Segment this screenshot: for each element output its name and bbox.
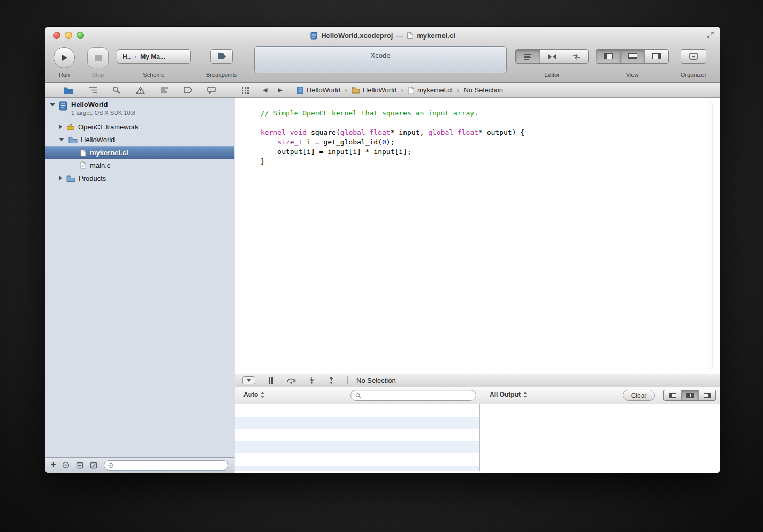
variables-scope-label: Auto (243, 391, 258, 398)
view-segmented-control (596, 49, 669, 64)
disclosure-closed-icon[interactable] (59, 124, 62, 129)
code-line[interactable]: } (261, 157, 524, 166)
debug-navigator-icon[interactable] (160, 87, 169, 94)
assistant-editor-button[interactable] (540, 50, 564, 63)
stop-button[interactable] (87, 47, 109, 68)
scheme-separator-icon: › (134, 53, 136, 60)
clear-label: Clear (631, 392, 647, 399)
tree-row-framework[interactable]: OpenCL.framework (45, 120, 234, 133)
code-line[interactable]: kernel void square(global float* input, … (261, 128, 524, 137)
tree-row-group[interactable]: HelloWorld (45, 133, 234, 146)
fullscreen-icon[interactable] (706, 31, 714, 39)
tree-item-label: HelloWorld (81, 136, 115, 144)
code-line[interactable] (261, 118, 524, 128)
breakpoint-navigator-icon[interactable] (184, 87, 192, 93)
navigator-panel-icon (604, 53, 613, 59)
standard-editor-button[interactable] (516, 50, 540, 63)
console-only-button[interactable] (698, 390, 715, 400)
pause-icon[interactable] (268, 377, 273, 384)
tree-row-file[interactable]: c main.c (45, 159, 234, 172)
code-line[interactable]: output[i] = input[i] * input[i]; (261, 147, 524, 157)
title-file-name: mykernel.cl (417, 32, 455, 40)
framework-icon (66, 124, 75, 130)
xcodeproj-icon (310, 32, 318, 40)
code-lines[interactable]: // Simple OpenCL kernel that squares an … (261, 109, 524, 166)
toggle-navigator-button[interactable] (596, 50, 620, 63)
toggle-debug-area-button[interactable] (620, 50, 644, 63)
disclosure-open-icon[interactable] (50, 103, 55, 106)
editor-area: // Simple OpenCL kernel that squares an … (235, 98, 720, 473)
run-button[interactable] (54, 47, 75, 68)
breakpoints-button[interactable] (210, 49, 233, 64)
console-output-popup[interactable]: All Output (490, 391, 527, 398)
tree-row-products[interactable]: Products (45, 172, 234, 184)
editor-scrollbar[interactable] (708, 101, 713, 369)
breadcrumb-separator-icon: › (345, 86, 347, 95)
debug-area (235, 404, 720, 473)
tree-row-file-selected[interactable]: mykernel.cl (45, 146, 234, 159)
navigator-tab-bar (45, 83, 234, 97)
activity-view: Xcode (254, 46, 507, 73)
main-toolbar: Run Stop H.. › My Ma... Scheme Breakpoin… (45, 44, 720, 83)
console-view[interactable] (480, 404, 720, 471)
variables-search-input[interactable] (364, 392, 471, 399)
toggle-utilities-button[interactable] (644, 50, 668, 63)
project-navigator-tree: HelloWorld 1 target, OS X SDK 10.8 OpenC… (45, 99, 234, 184)
breadcrumb-file[interactable]: mykernel.cl (408, 86, 453, 94)
scheme-destination[interactable]: My Ma... (140, 53, 165, 60)
forward-button[interactable]: ▶ (278, 87, 282, 94)
organizer-button[interactable] (681, 49, 706, 64)
search-navigator-icon[interactable] (112, 86, 120, 94)
version-editor-button[interactable] (564, 50, 588, 63)
breadcrumb-separator-icon: › (457, 86, 460, 95)
document-icon (406, 32, 414, 40)
navigator-filter-input[interactable] (117, 462, 224, 468)
search-icon (355, 392, 361, 399)
organizer-icon (689, 53, 698, 60)
file-icon (80, 149, 87, 157)
breadcrumb-project[interactable]: HelloWorld (296, 86, 340, 94)
title-separator: — (396, 32, 403, 40)
code-line[interactable]: size_t i = get_global_id(0); (261, 137, 524, 147)
window-titlebar[interactable]: HelloWorld.xcodeproj — mykernel.cl (45, 27, 720, 44)
variables-and-console-icon (686, 393, 694, 398)
log-navigator-icon[interactable] (207, 87, 216, 94)
activity-text: Xcode (371, 51, 391, 59)
unsaved-files-icon[interactable] (90, 462, 97, 469)
variables-view[interactable] (235, 404, 480, 471)
clear-console-button[interactable]: Clear (623, 390, 655, 401)
related-items-icon[interactable] (241, 87, 250, 94)
add-item-icon[interactable]: + (51, 460, 56, 469)
scheme-selector[interactable]: H.. › My Ma... (117, 49, 191, 64)
disclosure-open-icon[interactable] (59, 138, 64, 141)
step-into-icon[interactable] (309, 377, 315, 384)
code-line[interactable]: // Simple OpenCL kernel that squares an … (261, 109, 524, 118)
scheme-target[interactable]: H.. (123, 53, 131, 60)
variables-scope-popup[interactable]: Auto (243, 391, 264, 398)
step-out-icon[interactable] (328, 377, 334, 384)
source-editor[interactable]: // Simple OpenCL kernel that squares an … (235, 98, 720, 374)
navigator-filter-field[interactable] (104, 460, 228, 471)
c-file-icon: c (80, 161, 87, 169)
breadcrumb-selection[interactable]: No Selection (463, 86, 503, 94)
issue-navigator-icon[interactable] (136, 87, 145, 94)
variables-and-console-button[interactable] (681, 390, 698, 400)
back-button[interactable]: ◀ (263, 87, 267, 94)
breakpoint-icon (218, 53, 226, 59)
step-over-icon[interactable] (286, 377, 296, 384)
variables-search-field[interactable] (350, 390, 476, 401)
disclosure-closed-icon[interactable] (59, 175, 62, 181)
variables-only-button[interactable] (664, 390, 681, 400)
symbol-navigator-icon[interactable] (89, 87, 97, 94)
run-label: Run (54, 72, 75, 78)
project-row[interactable]: HelloWorld 1 target, OS X SDK 10.8 (45, 99, 234, 120)
scm-status-icon[interactable] (76, 462, 83, 469)
tree-item-label: OpenCL.framework (78, 123, 139, 131)
window-title: HelloWorld.xcodeproj — mykernel.cl (45, 27, 720, 44)
hide-debug-area-button[interactable] (242, 376, 255, 384)
recent-files-icon[interactable] (62, 461, 70, 469)
tree-item-label: main.c (90, 161, 110, 169)
svg-text:c: c (82, 164, 84, 168)
breadcrumb-group[interactable]: HelloWorld (352, 86, 396, 94)
project-navigator-icon[interactable] (64, 87, 73, 94)
